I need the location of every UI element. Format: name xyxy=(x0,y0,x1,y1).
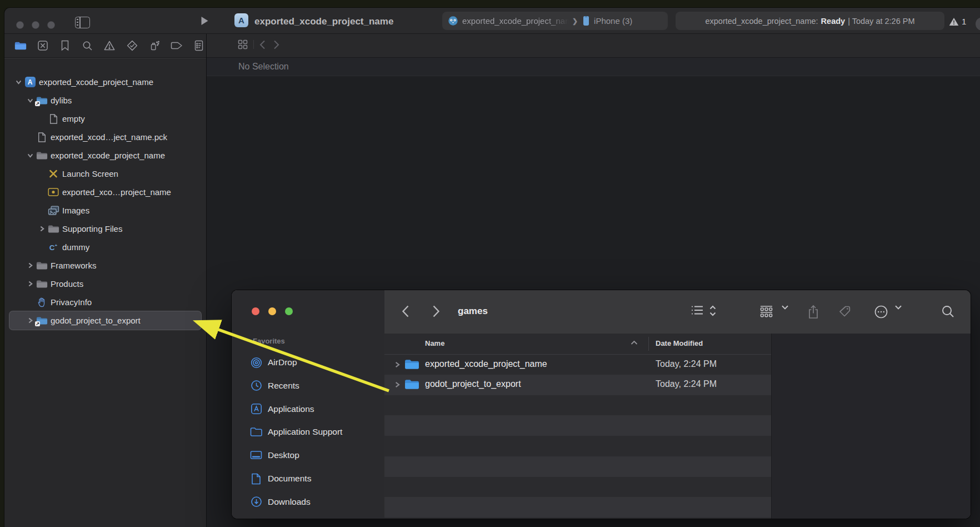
editor-forward-button[interactable] xyxy=(273,40,279,49)
bookmark-navigator-icon xyxy=(61,40,69,51)
related-items-icon[interactable] xyxy=(238,39,248,49)
more-actions-icon[interactable] xyxy=(874,305,888,319)
sidebar-editor-divider[interactable] xyxy=(206,34,207,527)
empty-list-stripe xyxy=(384,497,771,518)
sidebar-item-airdrop[interactable]: AirDrop xyxy=(232,353,384,372)
share-icon[interactable] xyxy=(807,305,819,319)
finder-forward-button[interactable] xyxy=(432,305,440,318)
navigator-tab-project-navigator-folder[interactable] xyxy=(14,39,27,52)
tag-icon[interactable] xyxy=(838,305,852,318)
scheme-device-selector[interactable]: exported_xcode_project_nam ❯ iPhone (3) xyxy=(442,12,668,30)
disclosure-right-icon[interactable] xyxy=(394,361,401,368)
file-icon xyxy=(36,132,48,142)
divider xyxy=(253,40,254,49)
tree-item-dylibs[interactable]: ↗dylibs xyxy=(9,91,201,110)
sidebar-item-desktop[interactable]: Desktop xyxy=(232,446,384,465)
play-icon xyxy=(201,16,209,26)
tree-item-exported-xco-project-name[interactable]: exported_xco…project_name xyxy=(9,183,201,201)
image-set-icon xyxy=(47,206,59,216)
tree-item-label: Supporting Files xyxy=(62,224,122,233)
sort-chevrons-icon[interactable] xyxy=(709,305,717,317)
file-row-exported-xcode-project-name[interactable]: exported_xcode_project_nameToday, 2:24 P… xyxy=(384,355,771,375)
finder-back-button[interactable] xyxy=(402,305,409,318)
navigator-tab-report-navigator[interactable] xyxy=(193,39,205,52)
disclosure-right-icon[interactable] xyxy=(26,317,35,324)
tree-item-godot-project-to-export[interactable]: ↗godot_project_to_export xyxy=(9,311,201,330)
warning-count-badge[interactable]: 1 xyxy=(949,17,966,26)
empty-list-stripe xyxy=(384,476,771,497)
xcode-project-tree: Aexported_xcode_project_name↗dylibsempty… xyxy=(4,73,206,330)
editor-jump-bar xyxy=(238,39,279,49)
window-title: exported_xcode_project_name xyxy=(254,16,393,27)
sidebar-item-application-support[interactable]: Application Support xyxy=(232,422,384,441)
column-header-name[interactable]: Name xyxy=(425,339,444,347)
breakpoint-navigator-icon xyxy=(171,42,183,49)
tree-item-images[interactable]: Images xyxy=(9,201,201,220)
list-view-icon[interactable] xyxy=(691,305,704,316)
tree-item-label: empty xyxy=(62,114,85,123)
sidebar-item-downloads[interactable]: Downloads xyxy=(232,493,384,511)
navigator-tab-issue-navigator[interactable] xyxy=(103,39,116,52)
navigator-tab-test-navigator[interactable] xyxy=(126,39,138,52)
group-view-icon[interactable] xyxy=(759,305,773,318)
tree-item-exported-xcode-project-name[interactable]: exported_xcode_project_name xyxy=(9,146,201,165)
navigator-tab-source-control[interactable] xyxy=(37,39,49,52)
file-row-godot-project-to-export[interactable]: godot_project_to_exportToday, 2:24 PM xyxy=(384,375,771,395)
finder-folder-icon xyxy=(404,379,419,390)
disclosure-down-icon[interactable] xyxy=(26,152,35,158)
sidebar-item-applications[interactable]: Applications xyxy=(232,400,384,419)
minimize-window-button[interactable] xyxy=(32,21,39,29)
chevron-down-icon[interactable] xyxy=(894,305,902,310)
sidebar-item-documents[interactable]: Documents xyxy=(232,469,384,488)
file-name: godot_project_to_export xyxy=(425,379,521,389)
tree-item-frameworks[interactable]: Frameworks xyxy=(9,256,201,275)
chevron-down-icon[interactable] xyxy=(781,305,789,310)
tree-item-empty[interactable]: empty xyxy=(9,110,201,128)
navigator-tab-breakpoint-navigator[interactable] xyxy=(171,39,183,52)
sidebar-item-recents[interactable]: Recents xyxy=(232,376,384,395)
close-window-button[interactable] xyxy=(16,21,24,29)
finder-minimize-button[interactable] xyxy=(268,307,276,315)
sidebar-item-label: Desktop xyxy=(268,450,299,460)
tree-item-privacyinfo[interactable]: PrivacyInfo xyxy=(9,293,201,311)
file-date-modified: Today, 2:24 PM xyxy=(656,379,717,389)
tree-item-launch-screen[interactable]: Launch Screen xyxy=(9,165,201,183)
editor-back-button[interactable] xyxy=(259,40,266,49)
finder-window: games Favorites AirDropRecentsApplicatio… xyxy=(232,290,971,519)
column-divider[interactable] xyxy=(648,337,649,351)
search-icon[interactable] xyxy=(941,305,955,319)
scheme-name[interactable]: exported_xcode_project_nam xyxy=(462,16,571,26)
tree-item-products[interactable]: Products xyxy=(9,275,201,293)
xcode-project-app-icon: A xyxy=(24,77,36,87)
sidebar-toggle-icon[interactable] xyxy=(75,17,90,28)
test-navigator-icon xyxy=(127,40,138,51)
storyboard-icon xyxy=(47,169,59,179)
tree-item-dummy[interactable]: C+dummy xyxy=(9,238,201,256)
disclosure-right-icon[interactable] xyxy=(394,381,401,388)
activity-status-bar[interactable]: exported_xcode_project_name: Ready | Tod… xyxy=(676,12,944,30)
status-state: Ready xyxy=(821,17,846,26)
find-navigator-icon xyxy=(82,41,93,51)
zoom-window-button[interactable] xyxy=(47,21,55,29)
disclosure-down-icon[interactable] xyxy=(14,79,23,85)
navigator-tab-find-navigator[interactable] xyxy=(81,39,93,52)
disclosure-right-icon[interactable] xyxy=(26,281,35,287)
tree-item-exported-xcode-project-name[interactable]: Aexported_xcode_project_name xyxy=(9,73,201,91)
finder-zoom-button[interactable] xyxy=(285,307,293,315)
run-destination[interactable]: iPhone (3) xyxy=(594,16,632,26)
tree-item-label: godot_project_to_export xyxy=(51,316,141,325)
folder-icon xyxy=(36,151,48,160)
disclosure-right-icon[interactable] xyxy=(37,226,47,232)
tree-item-supporting-files[interactable]: Supporting Files xyxy=(9,220,201,238)
finder-close-button[interactable] xyxy=(252,307,259,315)
disclosure-right-icon[interactable] xyxy=(26,262,35,269)
sidebar-item-label: Recents xyxy=(268,381,299,391)
run-button[interactable] xyxy=(201,16,209,26)
column-header-date-modified[interactable]: Date Modified xyxy=(656,339,703,347)
navigator-tab-debug-navigator[interactable] xyxy=(148,39,161,52)
tree-item-exported-xcod-ject-name-pck[interactable]: exported_xcod…ject_name.pck xyxy=(9,128,201,146)
navigator-tab-bookmark-navigator[interactable] xyxy=(59,39,71,52)
file-date-modified: Today, 2:24 PM xyxy=(656,359,717,369)
file-name: exported_xcode_project_name xyxy=(425,359,547,369)
disclosure-down-icon[interactable] xyxy=(26,97,35,103)
